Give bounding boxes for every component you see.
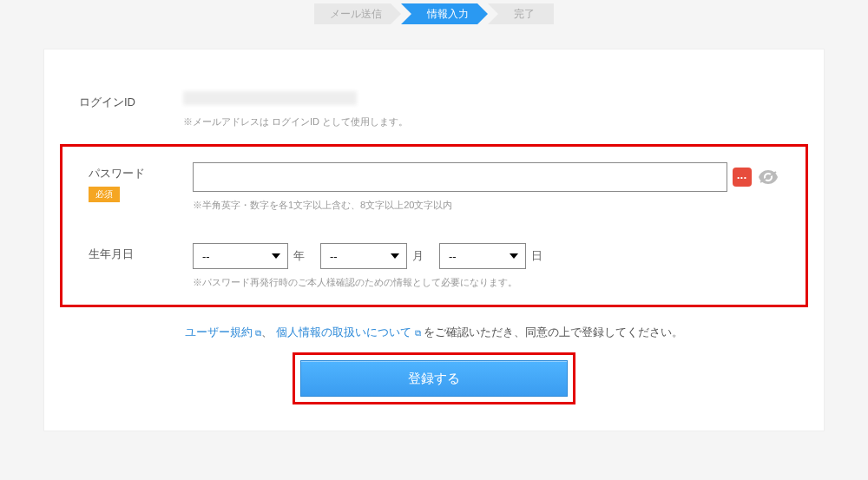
step-mail-send: メール送信 (314, 3, 401, 24)
terms-link[interactable]: ユーザー規約 (185, 325, 253, 339)
step-info-input: 情報入力 (401, 3, 488, 24)
day-unit: 日 (531, 248, 542, 264)
password-input[interactable] (193, 162, 727, 192)
progress-stepper: メール送信 情報入力 完了 (0, 0, 868, 24)
submit-highlight: 登録する (293, 352, 575, 404)
birth-day-select[interactable]: -- (439, 243, 526, 269)
registration-form: ログインID ※メールアドレスは ログインID として使用します。 パスワード … (43, 49, 825, 431)
agreement-tail: をご確認いただき、同意の上で登録してください。 (421, 325, 684, 339)
birth-month-select[interactable]: -- (320, 243, 407, 269)
password-row: パスワード 必須 ••• ※半角英字・数字を各1文字以上含む、8文字以上20文字… (62, 147, 806, 227)
login-id-value-blurred (183, 91, 357, 105)
login-id-row: ログインID ※メールアドレスは ログインID として使用します。 (53, 76, 815, 144)
register-button[interactable]: 登録する (300, 360, 568, 397)
agreement-text: ユーザー規約 ⧉、 個人情報の取扱いについて ⧉ をご確認いただき、同意の上で登… (53, 325, 815, 340)
login-id-label: ログインID (79, 95, 135, 108)
year-unit: 年 (293, 248, 305, 264)
birth-year-select[interactable]: -- (193, 243, 288, 269)
step-complete: 完了 (488, 3, 554, 24)
birthdate-hint: ※パスワード再発行時のご本人様確認のための情報として必要になります。 (193, 276, 779, 289)
toggle-visibility-icon[interactable] (757, 168, 779, 187)
birthdate-row: 生年月日 -- 年 -- 月 -- 日 ※パスワード再発 (62, 227, 806, 305)
login-id-hint: ※メールアドレスは ログインID として使用します。 (183, 115, 789, 128)
password-label: パスワード (89, 167, 145, 180)
password-manager-icon[interactable]: ••• (733, 168, 752, 187)
birthdate-label: 生年月日 (89, 247, 134, 260)
month-unit: 月 (412, 248, 424, 264)
sep: 、 (261, 325, 273, 339)
password-hint: ※半角英字・数字を各1文字以上含む、8文字以上20文字以内 (193, 199, 779, 212)
external-link-icon: ⧉ (415, 328, 421, 338)
required-fields-highlight: パスワード 必須 ••• ※半角英字・数字を各1文字以上含む、8文字以上20文字… (60, 144, 808, 307)
privacy-link[interactable]: 個人情報の取扱いについて (276, 325, 411, 339)
required-badge: 必須 (89, 187, 120, 202)
